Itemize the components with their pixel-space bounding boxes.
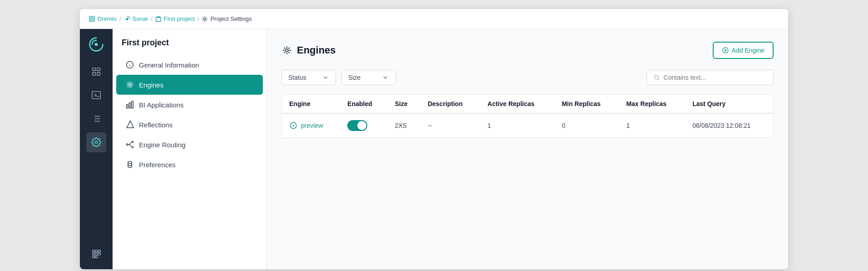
list-nav-icon bbox=[91, 114, 101, 124]
col-description: Description bbox=[420, 95, 480, 113]
svg-point-4 bbox=[126, 18, 128, 20]
col-max-replicas: Max Replicas bbox=[619, 95, 685, 113]
add-engine-button[interactable]: Add Engine bbox=[713, 42, 774, 59]
sidebar: First project General Information Engine… bbox=[113, 29, 267, 269]
nav-settings-btn[interactable] bbox=[86, 132, 106, 152]
svg-rect-8 bbox=[97, 68, 100, 71]
svg-rect-21 bbox=[95, 250, 98, 252]
engine-name-link[interactable]: preview bbox=[301, 122, 323, 129]
svg-rect-27 bbox=[95, 256, 98, 258]
nav-bar bbox=[80, 29, 113, 269]
content-area: Engines Add Engine Status Size bbox=[267, 29, 788, 269]
sonar-icon bbox=[124, 16, 130, 22]
col-enabled: Enabled bbox=[340, 95, 387, 113]
svg-point-44 bbox=[127, 144, 128, 145]
svg-rect-25 bbox=[99, 253, 101, 255]
bi-icon bbox=[125, 100, 134, 109]
svg-point-6 bbox=[94, 43, 98, 46]
project-icon bbox=[155, 16, 162, 22]
svg-line-37 bbox=[131, 86, 132, 87]
svg-rect-41 bbox=[129, 103, 130, 108]
cell-min-replicas: 0 bbox=[554, 113, 619, 138]
breadcrumb: Dremio / Sonar / First project / Project… bbox=[80, 9, 788, 29]
sidebar-item-routing[interactable]: Engine Routing bbox=[116, 135, 263, 155]
check-circle-icon bbox=[289, 121, 297, 130]
status-filter[interactable]: Status bbox=[281, 70, 336, 85]
svg-rect-24 bbox=[95, 253, 98, 255]
search-input[interactable] bbox=[664, 74, 767, 81]
svg-line-53 bbox=[284, 48, 286, 49]
size-filter[interactable]: Size bbox=[341, 70, 396, 85]
svg-point-60 bbox=[654, 75, 658, 79]
svg-rect-7 bbox=[93, 68, 95, 71]
terminal-nav-icon bbox=[91, 90, 101, 100]
search-box[interactable] bbox=[646, 70, 774, 85]
logo-icon bbox=[88, 36, 104, 53]
cell-engine-status: preview bbox=[282, 113, 340, 138]
app-logo[interactable] bbox=[86, 34, 106, 54]
engines-table: Engine Enabled Size Description Active R… bbox=[281, 94, 774, 138]
svg-rect-22 bbox=[99, 250, 101, 252]
breadcrumb-settings: Project Settings bbox=[202, 15, 252, 22]
col-engine: Engine bbox=[282, 95, 340, 113]
table-header-row: Engine Enabled Size Description Active R… bbox=[282, 95, 773, 113]
svg-line-56 bbox=[284, 52, 286, 53]
plus-circle-icon bbox=[722, 47, 729, 54]
svg-point-5 bbox=[204, 18, 206, 19]
svg-rect-0 bbox=[89, 16, 91, 18]
toggle-thumb bbox=[357, 121, 366, 130]
svg-line-38 bbox=[131, 82, 132, 83]
grid-icon bbox=[89, 16, 95, 22]
col-last-query: Last Query bbox=[685, 95, 773, 113]
svg-rect-42 bbox=[132, 102, 133, 108]
content-header: Engines Add Engine bbox=[281, 42, 774, 59]
svg-line-39 bbox=[128, 86, 128, 87]
col-active-replicas: Active Replicas bbox=[480, 95, 555, 113]
search-icon bbox=[653, 74, 660, 81]
nav-grid-btn[interactable] bbox=[86, 62, 106, 82]
app-window: Dremio / Sonar / First project / Project… bbox=[80, 9, 788, 269]
cell-max-replicas: 1 bbox=[619, 113, 685, 138]
table-row: preview 2XS -- 1 bbox=[282, 113, 773, 138]
chevron-down-icon bbox=[322, 74, 329, 81]
svg-rect-23 bbox=[93, 253, 95, 255]
svg-line-61 bbox=[658, 79, 659, 80]
info-icon bbox=[125, 60, 134, 69]
svg-rect-10 bbox=[97, 73, 100, 75]
sidebar-item-engines[interactable]: Engines bbox=[116, 75, 263, 95]
svg-point-31 bbox=[129, 84, 131, 86]
breadcrumb-project[interactable]: First project bbox=[155, 15, 195, 22]
svg-rect-26 bbox=[93, 256, 95, 258]
svg-point-47 bbox=[128, 161, 132, 164]
breadcrumb-dremio[interactable]: Dremio bbox=[89, 15, 117, 22]
svg-rect-1 bbox=[93, 16, 94, 18]
gear-nav-icon bbox=[91, 137, 101, 147]
main-layout: First project General Information Engine… bbox=[113, 29, 788, 269]
svg-rect-9 bbox=[93, 73, 95, 75]
nav-apps-btn[interactable] bbox=[86, 244, 106, 264]
svg-line-55 bbox=[289, 48, 290, 49]
sidebar-item-reflections[interactable]: Reflections bbox=[116, 115, 263, 135]
app-shell: First project General Information Engine… bbox=[80, 29, 788, 269]
sidebar-item-bi[interactable]: BI Applications bbox=[116, 95, 263, 115]
breadcrumb-sep-2: / bbox=[151, 15, 153, 22]
engines-title-icon bbox=[281, 45, 292, 56]
cell-enabled bbox=[340, 113, 387, 138]
enabled-toggle[interactable] bbox=[347, 120, 367, 131]
cell-active-replicas: 1 bbox=[480, 113, 555, 138]
sidebar-item-general[interactable]: General Information bbox=[116, 55, 263, 75]
breadcrumb-sonar[interactable]: Sonar bbox=[124, 15, 148, 22]
breadcrumb-sep-1: / bbox=[119, 15, 121, 22]
content-title: Engines bbox=[281, 44, 336, 56]
grid-nav-icon bbox=[91, 67, 101, 77]
nav-list-btn[interactable] bbox=[86, 109, 106, 129]
col-size: Size bbox=[388, 95, 420, 113]
sidebar-item-preferences[interactable]: Preferences bbox=[116, 155, 263, 174]
sidebar-project-title: First project bbox=[113, 38, 266, 55]
nav-terminal-btn[interactable] bbox=[86, 85, 106, 105]
svg-point-48 bbox=[286, 49, 288, 52]
apps-nav-icon bbox=[91, 249, 101, 259]
chevron-down-icon-2 bbox=[382, 74, 389, 81]
reflections-icon bbox=[125, 120, 134, 129]
preferences-icon bbox=[125, 160, 134, 169]
